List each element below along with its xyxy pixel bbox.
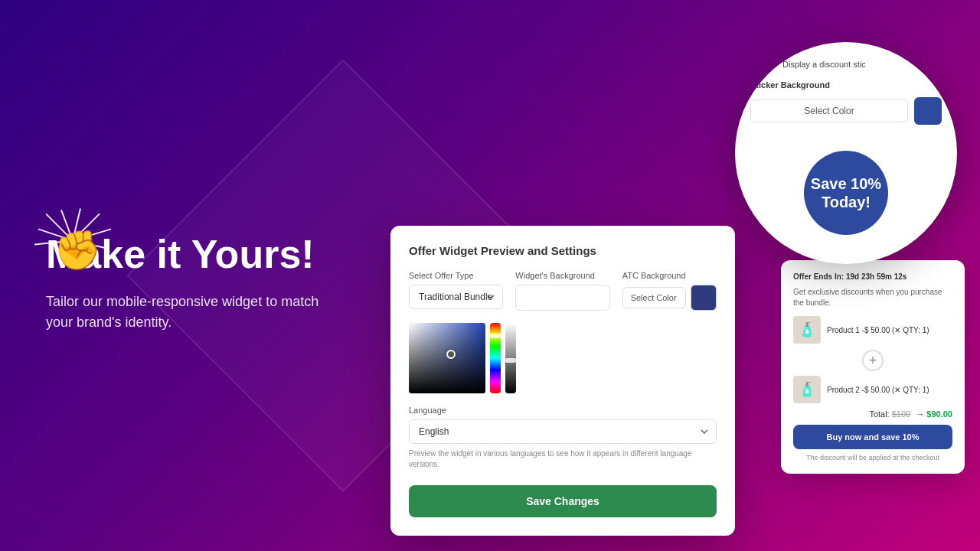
svg-text:✊: ✊ (54, 227, 102, 273)
offer-type-group: Select Offer Type Traditional Bundle Vol… (409, 271, 503, 309)
toggle-label: Display a discount stic (782, 60, 866, 69)
opacity-cursor (505, 358, 516, 363)
product-item-2: 🧴 Product 2 -$ 50.00 (✕ QTY: 1) (793, 376, 952, 403)
hue-cursor (490, 334, 501, 338)
badge-line1: Save 10% (811, 174, 881, 193)
product-2-thumb: 🧴 (793, 376, 821, 403)
arrow: → (913, 409, 926, 419)
total-row: Total: $100 → $90.00 (793, 409, 952, 419)
checkout-note: The discount will be applied at the chec… (793, 454, 952, 461)
atc-bg-label: ATC Background (622, 271, 717, 280)
product-1-info: Product 1 -$ 50.00 (✕ QTY: 1) (827, 326, 952, 334)
save-changes-button[interactable]: Save Changes (409, 485, 717, 517)
new-price: $90.00 (926, 409, 952, 419)
panel-title: Offer Widget Preview and Settings (409, 244, 717, 257)
opacity-slider[interactable] (505, 323, 516, 393)
sticker-badge: Save 10% Today! (804, 151, 888, 235)
left-content: ✊ Make it Yours! Tailor our mobile-respo… (46, 217, 337, 333)
plus-circle-icon[interactable]: + (862, 350, 884, 371)
offer-type-select[interactable]: Traditional Bundle Volume Discount Upsel… (409, 285, 503, 309)
toggle-switch[interactable] (750, 57, 776, 71)
product-2-info: Product 2 -$ 50.00 (✕ QTY: 1) (827, 386, 952, 394)
widget-bg-group: Widget's Background (515, 271, 609, 311)
plus-separator: + (793, 350, 952, 371)
widget-bg-label: Widget's Background (515, 271, 609, 280)
language-select[interactable]: English Spanish French German (409, 419, 717, 444)
product-1-thumb: 🧴 (793, 316, 821, 344)
atc-bg-group: ATC Background Select Color (622, 271, 717, 311)
badge-line2: Today! (822, 193, 871, 211)
offer-ends-label: Offer Ends In: (793, 272, 844, 281)
language-label: Language (409, 406, 717, 415)
atc-select-color-button[interactable]: Select Color (622, 287, 686, 308)
sticker-bg-label: Sticker Background (750, 80, 942, 90)
old-price: $100 (892, 409, 910, 419)
offer-type-label: Select Offer Type (409, 271, 503, 280)
language-hint: Preview the widget in various languages … (409, 448, 717, 470)
toggle-knob (752, 59, 763, 70)
product-item-1: 🧴 Product 1 -$ 50.00 (✕ QTY: 1) (793, 316, 952, 344)
buy-now-button[interactable]: Buy now and save 10% (793, 425, 952, 449)
magnifier-circle: Display a discount stic Sticker Backgrou… (735, 42, 957, 264)
color-canvas[interactable] (409, 323, 485, 393)
top-form-row: Select Offer Type Traditional Bundle Vol… (409, 271, 717, 311)
widget-bg-input[interactable] (515, 285, 609, 311)
sub-text: Tailor our mobile-responsive widget to m… (46, 292, 337, 334)
atc-row: Select Color (622, 285, 717, 311)
magnifier-color-swatch[interactable] (914, 97, 942, 125)
discount-text: Get exclusive discounts when you purchas… (793, 287, 952, 308)
color-canvas-inner (409, 323, 485, 393)
color-picker (409, 323, 717, 393)
total-label: Total: (869, 409, 889, 419)
product-panel: Offer Ends In: 19d 23h 59m 12s Get exclu… (781, 260, 965, 474)
offer-ends-value: 19d 23h 59m 12s (846, 272, 907, 281)
widget-panel: Offer Widget Preview and Settings Select… (390, 226, 735, 536)
hue-slider[interactable] (490, 323, 501, 393)
sparkle-svg: ✊ (31, 206, 115, 275)
atc-color-swatch[interactable] (691, 285, 717, 311)
language-select-wrapper: English Spanish French German (409, 419, 717, 444)
color-cursor[interactable] (446, 350, 456, 359)
magnifier-sticker: Save 10% Today! (750, 137, 942, 249)
magnifier-color-row: Select Color (750, 97, 942, 125)
magnifier-select-color-button[interactable]: Select Color (750, 99, 908, 122)
language-section: Language English Spanish French German P… (409, 406, 717, 470)
offer-ends: Offer Ends In: 19d 23h 59m 12s (793, 272, 952, 281)
